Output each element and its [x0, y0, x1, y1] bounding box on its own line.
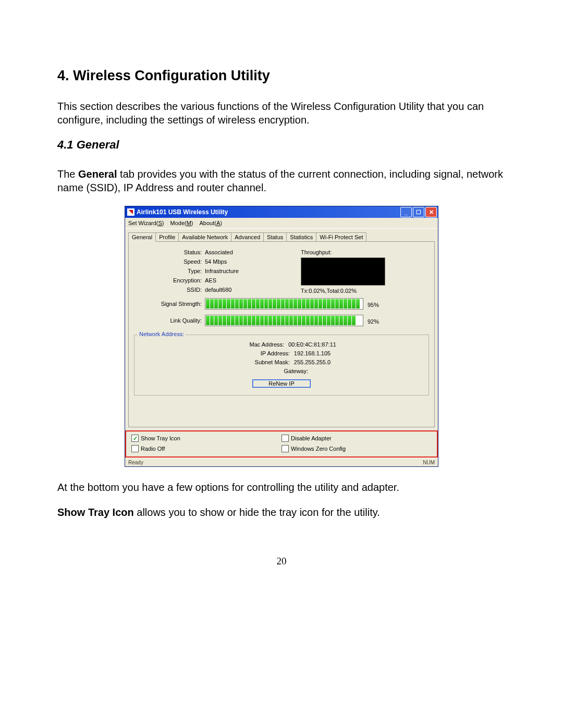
show-tray-rest: allows you to show or hide the tray icon…: [134, 507, 380, 518]
show-tray-bold: Show Tray Icon: [57, 507, 134, 518]
menubar: Set Wizard(S) Mode(M) About(A): [125, 218, 438, 229]
renew-ip-button[interactable]: ReNew IP: [252, 379, 311, 388]
status-value: Associated: [205, 249, 233, 255]
show-tray-icon-label: Show Tray Icon: [141, 435, 180, 441]
mac-value: 00:E0:4C:81:87:11: [288, 341, 336, 348]
gateway-label: Gateway:: [251, 368, 312, 374]
tab-advanced[interactable]: Advanced: [231, 232, 264, 242]
network-address-group: Network Address: Mac Address:00:E0:4C:81…: [134, 335, 429, 396]
minimize-icon: _: [405, 209, 408, 215]
page-number: 20: [57, 556, 506, 567]
utility-window: Airlink101 USB Wireless Utility _ ☐ ✕ Se…: [125, 206, 438, 467]
titlebar: Airlink101 USB Wireless Utility _ ☐ ✕: [125, 206, 438, 218]
general-desc: The General tab provides you with the st…: [57, 167, 506, 194]
ip-label: IP Address:: [232, 350, 294, 356]
status-num: NUM: [423, 460, 435, 465]
tab-status[interactable]: Status: [263, 232, 287, 242]
subsection-heading: 4.1 General: [57, 138, 506, 152]
radio-off-checkbox[interactable]: Radio Off: [131, 445, 282, 452]
checkbox-unchecked-icon: [282, 435, 289, 442]
intro-text: This section describes the various funct…: [57, 100, 506, 127]
show-tray-icon-checkbox[interactable]: ✓ Show Tray Icon: [131, 435, 282, 442]
disable-adapter-label: Disable Adapter: [291, 435, 332, 441]
encryption-value: AES: [205, 277, 216, 283]
speed-label: Speed:: [134, 258, 205, 265]
link-quality-label: Link Quality:: [134, 317, 205, 324]
checkbox-checked-icon: ✓: [131, 435, 139, 442]
encryption-label: Encryption:: [134, 277, 205, 283]
windows-zero-config-label: Windows Zero Config: [291, 446, 346, 452]
ssid-label: SSID:: [134, 287, 205, 293]
tab-profile[interactable]: Profile: [155, 232, 179, 242]
throughput-graph: [301, 257, 385, 286]
checkbox-unchecked-icon: [282, 445, 289, 452]
radio-off-label: Radio Off: [141, 446, 165, 452]
throughput-text: Tx:0.02%,Total:0.02%: [301, 288, 385, 294]
type-label: Type:: [134, 268, 205, 274]
tab-panel-general: Status:Associated Speed:54 Mbps Type:Inf…: [128, 241, 435, 427]
minimize-button[interactable]: _: [400, 207, 412, 217]
type-value: Infrastructure: [205, 268, 239, 274]
mask-label: Subnet Mask:: [232, 359, 294, 365]
link-quality-pct: 92%: [368, 316, 379, 325]
close-icon: ✕: [429, 209, 434, 215]
tab-available-network[interactable]: Available Network: [178, 232, 231, 242]
menu-set-wizard[interactable]: Set Wizard(S): [128, 220, 164, 226]
window-title: Airlink101 USB Wireless Utility: [137, 208, 400, 216]
signal-strength-label: Signal Strength:: [134, 301, 205, 307]
after-text-2: Show Tray Icon allows you to show or hid…: [57, 505, 506, 519]
desc-suffix: tab provides you with the status of the …: [57, 168, 503, 193]
app-icon: [127, 208, 134, 216]
section-heading: 4. Wireless Configuration Utility: [57, 68, 506, 84]
maximize-icon: ☐: [416, 209, 421, 215]
network-address-legend: Network Address:: [138, 331, 186, 337]
checkbox-unchecked-icon: [131, 445, 139, 452]
after-text-1: At the bottom you have a few options for…: [57, 480, 506, 494]
desc-prefix: The: [57, 168, 78, 180]
status-ready: Ready: [128, 460, 143, 465]
tab-statistics[interactable]: Statistics: [286, 232, 316, 242]
menu-mode[interactable]: Mode(M): [170, 220, 193, 226]
bottom-options: ✓ Show Tray Icon Disable Adapter Radio O…: [125, 430, 438, 458]
statusbar: Ready NUM: [125, 458, 438, 466]
desc-bold: General: [78, 168, 117, 180]
signal-strength-bar: [205, 298, 363, 310]
tab-general[interactable]: General: [128, 232, 156, 242]
signal-strength-pct: 95%: [368, 300, 379, 308]
speed-value: 54 Mbps: [205, 258, 227, 265]
close-button[interactable]: ✕: [425, 207, 437, 217]
menu-about[interactable]: About(A): [200, 220, 222, 226]
windows-zero-config-checkbox[interactable]: Windows Zero Config: [282, 445, 432, 452]
disable-adapter-checkbox[interactable]: Disable Adapter: [282, 435, 432, 442]
throughput-label: Throughput:: [301, 249, 385, 255]
mac-label: Mac Address:: [227, 341, 288, 348]
tabs: General Profile Available Network Advanc…: [125, 229, 438, 241]
link-quality-bar: [205, 315, 363, 326]
maximize-button[interactable]: ☐: [413, 207, 424, 217]
status-label: Status:: [134, 249, 205, 255]
tab-wifi-protect-set[interactable]: Wi-Fi Protect Set: [316, 232, 366, 242]
ssid-value: default680: [205, 287, 231, 293]
mask-value: 255.255.255.0: [294, 359, 331, 365]
ip-value: 192.168.1.105: [294, 350, 331, 356]
